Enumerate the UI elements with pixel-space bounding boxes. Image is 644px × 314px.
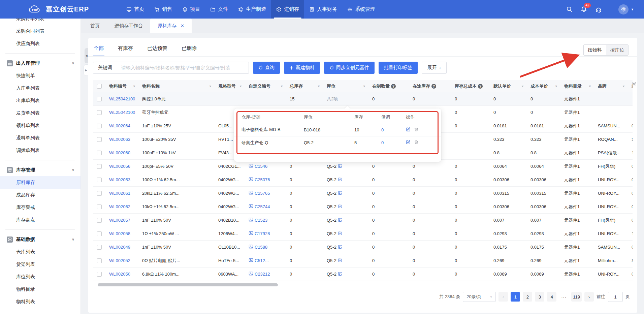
borrow-link[interactable]: 0: [381, 140, 384, 145]
sort-caret-icon[interactable]: ∨: [363, 85, 365, 88]
sidebar-item-库存盘点[interactable]: 库存盘点: [0, 214, 80, 226]
material-code-link[interactable]: WL002057: [109, 218, 130, 223]
nav-item-文件[interactable]: 文件: [205, 0, 233, 19]
sidebar-item-退料单列表[interactable]: 退料单列表: [0, 132, 80, 144]
row-checkbox[interactable]: [97, 231, 102, 236]
row-checkbox[interactable]: [97, 124, 102, 128]
material-code-link[interactable]: WL002056: [109, 164, 130, 169]
location-count-link[interactable]: 共2项: [327, 96, 338, 102]
row-checkbox[interactable]: [97, 191, 102, 196]
sidebar-section-库存管理[interactable]: 库存管理∨: [0, 164, 80, 176]
custom-code-link[interactable]: C23212: [255, 272, 270, 277]
sidebar-item-物料列表[interactable]: 物料列表: [0, 295, 80, 308]
custom-code-link[interactable]: C1523: [255, 218, 267, 223]
material-code-link[interactable]: WL002052: [109, 258, 130, 263]
help-icon[interactable]: ?: [391, 84, 396, 89]
row-checkbox[interactable]: [97, 110, 102, 115]
page-button-119[interactable]: 119: [571, 292, 582, 302]
expand-filters-button[interactable]: 展开›: [422, 62, 447, 74]
sort-caret-icon[interactable]: ∨: [622, 85, 625, 88]
sidebar-section-基础数据[interactable]: 基础数据∨: [0, 233, 80, 246]
material-code-link[interactable]: WL002050: [109, 272, 130, 277]
row-checkbox[interactable]: [97, 137, 102, 142]
sidebar-item-仓库列表[interactable]: 仓库列表: [0, 246, 80, 258]
material-code-link[interactable]: WL002063: [109, 137, 130, 142]
sidebar-item-采购合同列表[interactable]: 采购合同列表: [0, 25, 80, 37]
material-code-link[interactable]: WL250421002: [109, 96, 135, 101]
page-button-4[interactable]: 4: [547, 292, 556, 302]
page-button-2[interactable]: 2: [523, 292, 532, 302]
edit-location-icon[interactable]: [338, 204, 342, 210]
batch-print-labels-button[interactable]: 批量打印标签: [379, 62, 418, 74]
edit-location-icon[interactable]: [338, 258, 342, 263]
filter-tab-有库存[interactable]: 有库存: [117, 45, 134, 56]
nav-item-首页[interactable]: 首页: [121, 0, 149, 19]
sidebar-item-库存警戒[interactable]: 库存警戒: [0, 201, 80, 214]
column-settings-gear-icon[interactable]: [632, 81, 637, 87]
nav-item-进销存[interactable]: 进销存: [271, 0, 304, 19]
row-checkbox[interactable]: [97, 258, 102, 263]
custom-code-link[interactable]: C512...: [255, 258, 269, 263]
nav-item-生产制造[interactable]: 生产制造: [233, 0, 271, 19]
filter-tab-已删除[interactable]: 已删除: [181, 45, 197, 56]
nav-item-项目[interactable]: 项目: [177, 0, 205, 19]
edit-location-icon[interactable]: [338, 191, 342, 196]
notification-bell-icon[interactable]: 42: [581, 6, 587, 12]
nav-item-人事财务[interactable]: 人事财务: [304, 0, 342, 19]
row-checkbox[interactable]: [97, 272, 102, 277]
help-icon[interactable]: ?: [478, 84, 483, 89]
material-code-link[interactable]: WL250421001: [109, 110, 135, 115]
material-code-link[interactable]: WL002053: [109, 177, 130, 182]
image-icon[interactable]: [249, 163, 253, 169]
next-page-button[interactable]: ›: [584, 292, 594, 302]
page-button-1[interactable]: 1: [511, 292, 520, 302]
image-icon[interactable]: [249, 244, 253, 250]
custom-code-link[interactable]: C25744: [255, 204, 270, 209]
query-button[interactable]: 查询: [253, 62, 280, 74]
sort-caret-icon[interactable]: ∨: [318, 85, 320, 88]
page-tab-首页[interactable]: 首页: [83, 19, 107, 33]
new-material-button[interactable]: 新建物料: [284, 62, 320, 74]
material-code-link[interactable]: WL002058: [109, 231, 130, 236]
image-icon[interactable]: [249, 217, 253, 223]
sync-jlc-parts-button[interactable]: 同步立创元器件: [324, 62, 375, 74]
edit-location-icon[interactable]: [338, 164, 342, 169]
sidebar-item-货架列表[interactable]: 货架列表: [0, 258, 80, 271]
sidebar-item-原料库存[interactable]: 原料库存: [0, 176, 80, 189]
sidebar-section-出入库管理[interactable]: 出入库管理∨: [0, 57, 80, 69]
row-checkbox[interactable]: [97, 164, 102, 169]
goto-page-input[interactable]: [608, 292, 623, 302]
sidebar-item-出库单列表[interactable]: 出库单列表: [0, 94, 80, 107]
sidebar-item-调拨单列表[interactable]: 调拨单列表: [0, 144, 80, 157]
image-icon[interactable]: [249, 258, 253, 263]
row-checkbox[interactable]: [97, 97, 102, 101]
material-code-link[interactable]: WL002062: [109, 204, 130, 209]
row-checkbox[interactable]: [97, 205, 102, 209]
sort-caret-icon[interactable]: ∨: [281, 85, 283, 88]
sort-caret-icon[interactable]: ∨: [133, 85, 135, 88]
help-icon[interactable]: ?: [431, 84, 436, 89]
sidebar-item-物料目录[interactable]: 物料目录: [0, 283, 80, 295]
material-code-link[interactable]: WL002060: [109, 150, 130, 155]
custom-code-link[interactable]: C1588: [255, 245, 267, 250]
edit-icon[interactable]: [406, 127, 411, 133]
trash-icon[interactable]: [414, 140, 419, 146]
page-size-select[interactable]: 20条/页 ∨: [463, 292, 496, 302]
image-icon[interactable]: [249, 231, 253, 237]
search-icon[interactable]: [566, 6, 573, 12]
page-tab-原料库存[interactable]: 原料库存✕: [150, 19, 192, 33]
image-icon[interactable]: [249, 271, 253, 277]
material-code-link[interactable]: WL002049: [109, 245, 130, 250]
view-toggle-按物料[interactable]: 按物料: [584, 45, 606, 55]
image-icon[interactable]: [249, 204, 253, 210]
sidebar-item-入库单列表[interactable]: 入库单列表: [0, 82, 80, 94]
row-checkbox[interactable]: [97, 245, 102, 250]
sidebar-item-库位列表[interactable]: 库位列表: [0, 271, 80, 283]
nav-item-销售[interactable]: 销售: [149, 0, 177, 19]
sort-caret-icon[interactable]: ∨: [521, 85, 524, 88]
edit-icon[interactable]: [406, 140, 411, 146]
trash-icon[interactable]: [414, 127, 419, 133]
horizontal-scrollbar[interactable]: [98, 283, 278, 286]
row-checkbox[interactable]: [97, 218, 102, 223]
sidebar-item-采购订单列表[interactable]: 采购订单列表: [0, 19, 80, 25]
